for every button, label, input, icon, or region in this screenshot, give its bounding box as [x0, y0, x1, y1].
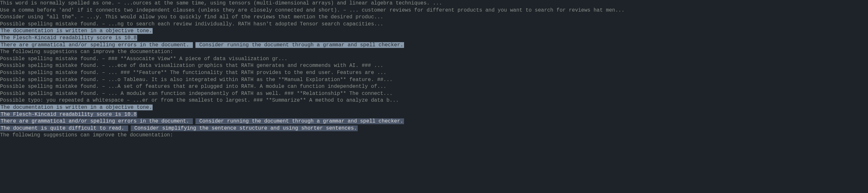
text: The following suggestions can improve th…: [0, 49, 173, 55]
output-line: There are grammatical and/or spelling er…: [0, 118, 868, 125]
output-line: Use a comma before 'and' if it connects …: [0, 7, 868, 14]
text: Possible spelling mistake found. – ...o …: [0, 77, 393, 83]
output-line: Possible spelling mistake found. – ...ec…: [0, 62, 868, 69]
text: Possible spelling mistake found. – ...A …: [0, 84, 386, 89]
output-line: Possible spelling mistake found. – ### *…: [0, 56, 868, 63]
highlight: There are grammatical and/or spelling er…: [0, 118, 193, 124]
output-line: The following suggestions can improve th…: [0, 132, 868, 139]
output-line: This word is normally spelled as one. – …: [0, 0, 868, 7]
terminal-output: This word is normally spelled as one. – …: [0, 0, 868, 139]
highlight: There are grammatical and/or spelling er…: [0, 42, 193, 48]
highlight: Consider running the document through a …: [195, 118, 404, 124]
output-line: Possible typo: you repeated a whitespace…: [0, 97, 868, 104]
text: Possible spelling mistake found. – ### *…: [0, 56, 287, 62]
output-line: The following suggestions can improve th…: [0, 49, 868, 56]
output-line: Possible spelling mistake found. – ... #…: [0, 69, 868, 76]
highlight: The documentation is written in a object…: [0, 28, 153, 34]
output-line: Possible spelling mistake found. – ... A…: [0, 90, 868, 97]
text: Possible spelling mistake found. – ... #…: [0, 70, 386, 75]
output-line: Consider using "all the". – ...y. This w…: [0, 14, 868, 21]
output-line: Possible spelling mistake found. – ...ng…: [0, 21, 868, 28]
highlight: The Flesch-Kincaid readability score is …: [0, 35, 137, 41]
output-line: The Flesch-Kincaid readability score is …: [0, 35, 868, 42]
text: Possible spelling mistake found. – ...ng…: [0, 21, 383, 27]
output-line: Possible spelling mistake found. – ...A …: [0, 83, 868, 90]
output-line: The document is quite difficult to read.…: [0, 125, 868, 132]
highlight: Consider simplifying the sentence struct…: [131, 125, 358, 131]
text: This word is normally spelled as one. – …: [0, 0, 442, 6]
highlight: The Flesch-Kincaid readability score is …: [0, 111, 137, 118]
text: Possible typo: you repeated a whitespace…: [0, 97, 399, 103]
output-line: There are grammatical and/or spelling er…: [0, 42, 868, 49]
output-line: The Flesch-Kincaid readability score is …: [0, 111, 868, 118]
text: Possible spelling mistake found. – ...ec…: [0, 63, 383, 68]
text: Consider using "all the". – ...y. This w…: [0, 14, 383, 20]
highlight: The document is quite difficult to read.: [0, 125, 128, 131]
text: Use a comma before 'and' if it connects …: [0, 7, 625, 13]
text: The following suggestions can improve th…: [0, 132, 173, 138]
output-line: The documentation is written in a object…: [0, 28, 868, 35]
highlight: The documentation is written in a object…: [0, 104, 153, 110]
output-line: The documentation is written in a object…: [0, 104, 868, 111]
output-line: Possible spelling mistake found. – ...o …: [0, 76, 868, 84]
text: Possible spelling mistake found. – ... A…: [0, 91, 393, 96]
highlight: Consider running the document through a …: [195, 42, 404, 48]
